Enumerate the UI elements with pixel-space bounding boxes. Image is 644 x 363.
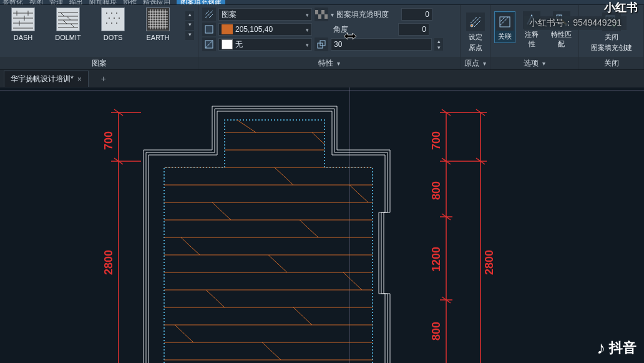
pattern-scroll[interactable]: ▴ ▾ ▾: [185, 7, 194, 40]
top-menubar: 参数化 视图 管理 输出 附加模块 协作 精选应用 图案填充创建: [0, 0, 644, 5]
panel-pattern: DASH DOLMIT: [0, 5, 198, 69]
svg-line-42: [209, 14, 213, 18]
scale-spinner[interactable]: ▴▾: [434, 38, 443, 51]
svg-line-85: [212, 202, 231, 220]
hatch-type-dropdown[interactable]: 图案: [218, 8, 312, 21]
svg-line-88: [268, 255, 287, 272]
svg-point-24: [111, 22, 112, 24]
svg-point-17: [106, 12, 107, 14]
menu-item[interactable]: 管理: [49, 0, 63, 5]
svg-line-87: [181, 237, 200, 255]
pattern-dots[interactable]: DOTS: [94, 7, 132, 41]
svg-rect-44: [321, 10, 324, 14]
dim-left-700: 700: [102, 131, 115, 150]
svg-line-86: [300, 220, 318, 237]
panel-title-close: 关闭: [579, 57, 643, 69]
svg-line-14: [67, 16, 71, 20]
scroll-up-icon[interactable]: ▴: [185, 11, 194, 20]
svg-rect-43: [315, 10, 318, 14]
hatch-swatch-icon: [11, 7, 35, 31]
svg-point-23: [106, 22, 107, 24]
new-tab-button[interactable]: +: [101, 74, 106, 84]
svg-line-90: [206, 290, 225, 307]
svg-rect-46: [324, 14, 328, 19]
svg-point-21: [114, 17, 115, 19]
dim-right-800b: 800: [430, 322, 442, 341]
menu-item-hatch-create[interactable]: 图案填充创建: [177, 0, 225, 4]
svg-line-92: [175, 325, 193, 342]
svg-point-55: [471, 24, 473, 27]
menu-item[interactable]: 输出: [69, 0, 83, 5]
dim-right-2800: 2800: [483, 250, 495, 275]
svg-line-16: [71, 24, 74, 27]
panel-title-options: 选项: [490, 57, 578, 69]
svg-line-83: [275, 167, 293, 185]
svg-line-15: [63, 20, 67, 24]
svg-line-13: [61, 12, 64, 16]
menu-item[interactable]: 附加模块: [89, 0, 117, 5]
hatch-bg-dropdown[interactable]: 无: [218, 38, 312, 51]
svg-point-18: [111, 12, 112, 14]
hatch-swatch-icon: [56, 7, 80, 31]
dim-right-800a: 800: [430, 181, 442, 200]
drawing-canvas[interactable]: 700 2800 700 800 1200 800 2800 ♪ 抖音: [0, 87, 644, 363]
transparency-input[interactable]: 0: [401, 8, 432, 21]
dim-right-1200: 1200: [430, 247, 442, 272]
angle-input[interactable]: 0: [398, 23, 429, 36]
menu-item[interactable]: 视图: [29, 0, 43, 5]
svg-point-22: [119, 17, 120, 19]
svg-point-25: [116, 22, 117, 24]
svg-line-93: [262, 342, 281, 360]
svg-line-89: [343, 272, 362, 290]
file-tabstrip: 华宇扬帆设计培训* × +: [0, 70, 644, 87]
svg-point-19: [116, 12, 117, 14]
svg-line-80: [237, 120, 256, 132]
svg-line-84: [349, 185, 368, 202]
panel-title-pattern: 图案: [0, 57, 198, 69]
svg-rect-47: [205, 26, 213, 33]
douyin-note-icon: ♪: [597, 338, 605, 358]
svg-point-20: [109, 17, 110, 19]
svg-line-53: [471, 17, 477, 23]
origin-icon: [466, 12, 485, 31]
xhs-id-watermark: 小红书号：9549449291: [524, 16, 627, 30]
scroll-down-icon[interactable]: ▾: [185, 21, 194, 30]
svg-line-40: [205, 11, 213, 18]
color-icon: [202, 22, 216, 36]
panel-properties: 图案 ▾ 图案填充透明度 0 205,105,40 角度 0: [198, 5, 461, 69]
angle-label: 角度: [333, 24, 396, 35]
svg-line-91: [293, 307, 312, 325]
hatch-swatch-icon: [146, 7, 170, 31]
panel-origin: 设定 原点 原点: [461, 5, 490, 69]
hatch-color-dropdown[interactable]: 205,105,40: [218, 23, 312, 36]
menu-item[interactable]: 协作: [123, 0, 137, 5]
svg-line-57: [500, 17, 509, 26]
svg-line-81: [312, 132, 331, 150]
associative-icon: [496, 13, 514, 31]
douyin-watermark: ♪ 抖音: [597, 338, 637, 358]
transparency-icon: [315, 7, 328, 21]
dim-left-2800: 2800: [102, 250, 115, 275]
panel-title-origin: 原点: [461, 57, 490, 69]
pattern-earth[interactable]: EARTH: [139, 7, 177, 41]
menu-item[interactable]: 参数化: [2, 0, 23, 5]
menu-item[interactable]: 精选应用: [143, 0, 170, 5]
file-tab[interactable]: 华宇扬帆设计培训* ×: [4, 71, 89, 87]
svg-line-54: [474, 21, 481, 27]
xhs-watermark: 小红书: [604, 0, 638, 15]
associative-button[interactable]: 关联: [494, 11, 515, 43]
set-origin-button[interactable]: 设定 原点: [466, 12, 485, 52]
scale-icon: [315, 37, 328, 51]
pattern-dolmit[interactable]: DOLMIT: [49, 7, 87, 41]
panel-title-properties: 特性: [198, 57, 460, 69]
pattern-dash[interactable]: DASH: [4, 7, 42, 41]
expand-icon[interactable]: ▾: [185, 31, 194, 40]
svg-rect-45: [318, 14, 321, 19]
transparency-label: 图案填充透明度: [336, 9, 399, 20]
panel-options: 关联 注释性 特性匹配 选项: [490, 5, 579, 69]
dim-right-700: 700: [430, 131, 442, 150]
ribbon: DASH DOLMIT: [0, 5, 644, 70]
close-tab-icon[interactable]: ×: [77, 75, 82, 84]
hatch-type-icon: [202, 7, 216, 21]
scale-input[interactable]: 30: [331, 38, 432, 51]
